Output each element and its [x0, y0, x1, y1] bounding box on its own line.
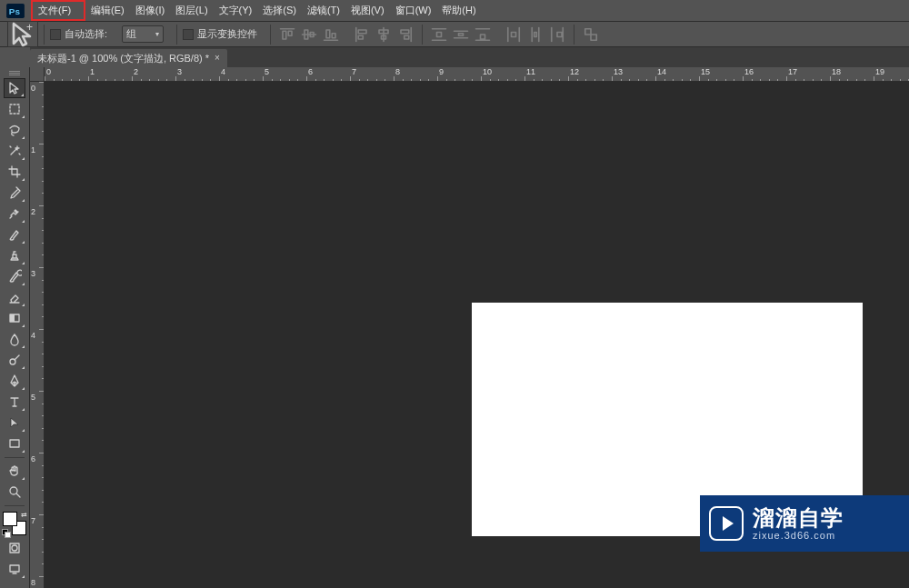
ruler-h-label: 14 — [657, 67, 666, 76]
separator — [574, 25, 574, 45]
eraser-tool[interactable] — [4, 287, 25, 307]
foreground-color-swatch[interactable] — [3, 512, 17, 526]
eyedropper-tool[interactable] — [4, 183, 25, 203]
clone-stamp-tool[interactable] — [4, 245, 25, 265]
quickmask-tool[interactable] — [4, 538, 25, 558]
distribute-hcenter-icon[interactable] — [526, 25, 544, 44]
ruler-h-label: 7 — [352, 67, 356, 76]
ruler-h-label: 8 — [395, 67, 400, 76]
align-hcenter-icon[interactable] — [375, 25, 393, 44]
watermark-banner: 溜溜自学 zixue.3d66.com — [700, 495, 909, 552]
horizontal-ruler[interactable]: 01234567891011121314151617181920 — [45, 67, 909, 82]
hand-tool[interactable] — [4, 461, 25, 481]
ruler-h-label: 15 — [701, 67, 710, 76]
magic-wand-tool[interactable] — [4, 141, 25, 161]
align-right-icon[interactable] — [396, 25, 415, 44]
blur-tool[interactable] — [4, 329, 25, 349]
ruler-v-label: 1 — [31, 145, 35, 154]
type-tool[interactable] — [4, 392, 25, 412]
auto-align-icon[interactable] — [582, 25, 600, 44]
screenmode-tool[interactable] — [4, 559, 25, 579]
separator — [5, 457, 25, 458]
ruler-h-label: 2 — [134, 67, 138, 76]
ruler-h-label: 19 — [875, 67, 884, 76]
healing-brush-tool[interactable] — [4, 204, 25, 224]
distribute-vcenter-icon[interactable] — [452, 25, 470, 44]
ruler-h-label: 9 — [439, 67, 444, 76]
marquee-tool[interactable] — [4, 99, 25, 119]
ruler-v-label: 5 — [31, 393, 35, 402]
ruler-h-label: 13 — [614, 67, 623, 76]
menu-bar: Ps 文件(F) 编辑(E) 图像(I) 图层(L) 文字(Y) 选择(S) 滤… — [0, 0, 909, 21]
path-selection-tool[interactable] — [4, 413, 25, 433]
brush-tool[interactable] — [4, 224, 25, 244]
zoom-tool[interactable] — [4, 482, 25, 502]
vertical-ruler[interactable]: 012345678 — [30, 82, 45, 588]
toolbox-grip[interactable] — [2, 69, 27, 76]
ruler-v-label: 7 — [31, 516, 35, 525]
ruler-h-label: 12 — [570, 67, 579, 76]
menu-file[interactable]: 文件(F) — [31, 0, 85, 21]
svg-text:+: + — [26, 21, 33, 34]
distribute-top-icon[interactable] — [430, 25, 448, 44]
ruler-v-label: 2 — [31, 207, 35, 216]
play-icon — [709, 506, 744, 541]
close-icon[interactable]: × — [215, 49, 220, 67]
menu-edit[interactable]: 编辑(E) — [85, 0, 130, 21]
document-tab-bar: 未标题-1 @ 100% (文字描边, RGB/8) * × — [30, 47, 909, 67]
align-bottom-icon[interactable] — [322, 25, 340, 44]
show-transform-label: 显示变换控件 — [197, 27, 257, 41]
menu-window[interactable]: 窗口(W) — [390, 0, 437, 21]
menu-type[interactable]: 文字(Y) — [214, 0, 258, 21]
banner-title: 溜溜自学 — [753, 506, 844, 530]
shape-tool[interactable] — [4, 434, 25, 453]
align-left-icon[interactable] — [353, 25, 371, 44]
show-transform-checkbox[interactable] — [183, 29, 194, 40]
ruler-h-label: 4 — [221, 67, 225, 76]
ruler-v-label: 4 — [31, 331, 35, 340]
menu-image[interactable]: 图像(I) — [130, 0, 170, 21]
document-tab-title: 未标题-1 @ 100% (文字描边, RGB/8) * — [37, 49, 209, 67]
auto-select-combo[interactable]: 组 ▾ — [122, 25, 164, 43]
pen-tool[interactable] — [4, 371, 25, 391]
combo-value: 组 — [126, 27, 136, 41]
toolbox: ⇄ — [0, 67, 30, 588]
main-area: ⇄ 01234567891011121314151617181920 01234… — [0, 67, 909, 588]
menu-filter[interactable]: 滤镜(T) — [302, 0, 345, 21]
separator — [176, 25, 177, 45]
move-tool[interactable] — [4, 78, 25, 98]
separator — [5, 505, 25, 506]
auto-select-checkbox[interactable] — [50, 29, 61, 40]
dodge-tool[interactable] — [4, 350, 25, 370]
distribute-left-icon[interactable] — [504, 25, 523, 44]
swap-colors-icon[interactable]: ⇄ — [21, 511, 27, 519]
distribute-bottom-icon[interactable] — [474, 25, 492, 44]
app-logo: Ps — [0, 0, 31, 21]
document-tab[interactable]: 未标题-1 @ 100% (文字描边, RGB/8) * × — [30, 49, 227, 67]
default-colors-icon[interactable] — [2, 529, 9, 536]
separator — [44, 25, 45, 45]
menu-select[interactable]: 选择(S) — [257, 0, 302, 21]
ruler-h-label: 5 — [265, 67, 269, 76]
history-brush-tool[interactable] — [4, 266, 25, 286]
current-tool-icon[interactable]: + — [7, 21, 38, 47]
color-swatches[interactable]: ⇄ — [3, 512, 26, 535]
separator — [422, 25, 423, 45]
ps-text: Ps — [9, 5, 21, 15]
svg-rect-10 — [10, 565, 19, 572]
ruler-h-label: 0 — [46, 67, 51, 76]
lasso-tool[interactable] — [4, 120, 25, 140]
align-vcenter-icon[interactable] — [300, 25, 318, 44]
crop-tool[interactable] — [4, 162, 25, 182]
ruler-origin[interactable] — [30, 67, 45, 82]
ruler-h-label: 11 — [526, 67, 535, 76]
options-bar: + 自动选择: 组 ▾ 显示变换控件 — [0, 21, 909, 47]
svg-rect-4 — [10, 314, 15, 322]
distribute-right-icon[interactable] — [548, 25, 566, 44]
menu-layer[interactable]: 图层(L) — [170, 0, 213, 21]
work-area: 01234567891011121314151617181920 0123456… — [30, 67, 909, 588]
menu-view[interactable]: 视图(V) — [345, 0, 390, 21]
menu-help[interactable]: 帮助(H) — [436, 0, 481, 21]
align-top-icon[interactable] — [278, 25, 296, 44]
gradient-tool[interactable] — [4, 308, 25, 328]
